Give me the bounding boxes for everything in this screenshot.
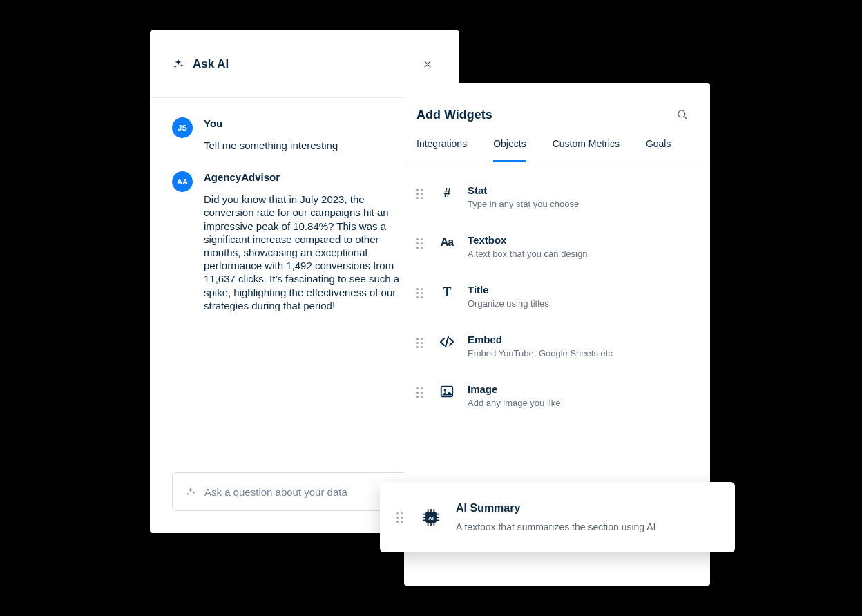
widget-desc: Embed YouTube, Google Sheets etc [468, 348, 698, 358]
message-text: Tell me something interesting [204, 139, 410, 152]
hash-icon: # [439, 184, 455, 201]
widget-desc: Type in any stat you choose [468, 199, 698, 209]
close-button[interactable] [418, 55, 437, 74]
sparkle-icon [172, 58, 184, 70]
svg-point-3 [444, 389, 446, 392]
message-author: AgencyAdvisor [204, 171, 410, 183]
text-aa-icon: Aa [439, 234, 455, 251]
widget-name: Embed [468, 334, 698, 345]
svg-line-1 [684, 117, 687, 119]
drag-handle-icon[interactable] [416, 338, 426, 348]
svg-text:AI: AI [428, 515, 434, 521]
image-icon [439, 383, 455, 400]
tab-integrations[interactable]: Integrations [416, 138, 467, 162]
message-text: Did you know that in July 2023, the conv… [204, 193, 410, 312]
chat-message: AA AgencyAdvisor Did you know that in Ju… [172, 171, 437, 312]
widget-item-ai-summary[interactable]: AI AI Summary A textbox that summarizes … [380, 482, 735, 552]
sparkle-icon [185, 486, 196, 497]
tab-custom-metrics[interactable]: Custom Metrics [553, 138, 620, 162]
widget-info: Textbox A text box that you can design [468, 234, 698, 259]
tab-goals[interactable]: Goals [646, 138, 671, 162]
avatar: JS [172, 117, 193, 138]
widget-item-image[interactable]: Image Add any image you like [416, 371, 698, 421]
title-t-icon: T [439, 284, 455, 300]
widget-item-stat[interactable]: # Stat Type in any stat you choose [416, 172, 698, 222]
chat-message: JS You Tell me something interesting [172, 117, 437, 152]
widget-info: Title Organize using titles [468, 284, 698, 309]
widget-item-embed[interactable]: Embed Embed YouTube, Google Sheets etc [416, 321, 698, 371]
widget-desc: A textbox that summarizes the section us… [456, 521, 718, 532]
drag-handle-icon[interactable] [416, 288, 426, 298]
widget-desc: Organize using titles [468, 298, 698, 309]
widget-info: Image Add any image you like [468, 383, 698, 408]
widget-name: Textbox [468, 234, 698, 246]
widget-info: Embed Embed YouTube, Google Sheets etc [468, 334, 698, 358]
search-button[interactable] [674, 106, 691, 123]
drag-handle-icon[interactable] [416, 238, 426, 249]
widgets-header: Add Widgets [404, 83, 710, 123]
drag-handle-icon[interactable] [416, 387, 426, 398]
search-icon [676, 108, 689, 121]
code-icon [439, 334, 455, 350]
drag-handle-icon[interactable] [396, 512, 406, 523]
widget-name: AI Summary [456, 502, 718, 514]
avatar: AA [172, 171, 193, 192]
widget-name: Image [468, 383, 698, 395]
close-icon [423, 59, 432, 69]
drag-handle-icon[interactable] [416, 189, 426, 199]
widgets-title: Add Widgets [416, 108, 492, 122]
message-content: AgencyAdvisor Did you know that in July … [204, 171, 437, 312]
ai-chip-icon: AI [421, 508, 441, 527]
widgets-tabs: Integrations Objects Custom Metrics Goal… [404, 123, 710, 162]
tab-objects[interactable]: Objects [493, 138, 526, 162]
widget-item-textbox[interactable]: Aa Textbox A text box that you can desig… [416, 222, 698, 271]
widget-info: Stat Type in any stat you choose [468, 184, 698, 209]
widget-list: # Stat Type in any stat you choose Aa Te… [404, 162, 710, 421]
message-content: You Tell me something interesting [204, 117, 437, 152]
widget-name: Title [468, 284, 698, 296]
widget-desc: A text box that you can design [468, 249, 698, 259]
ask-ai-title: Ask AI [193, 57, 229, 71]
widget-info: AI Summary A textbox that summarizes the… [456, 502, 718, 532]
message-author: You [204, 117, 410, 129]
widget-item-title[interactable]: T Title Organize using titles [416, 271, 698, 321]
ask-ai-title-wrap: Ask AI [172, 57, 229, 71]
widget-name: Stat [468, 184, 698, 196]
widget-desc: Add any image you like [468, 398, 698, 408]
